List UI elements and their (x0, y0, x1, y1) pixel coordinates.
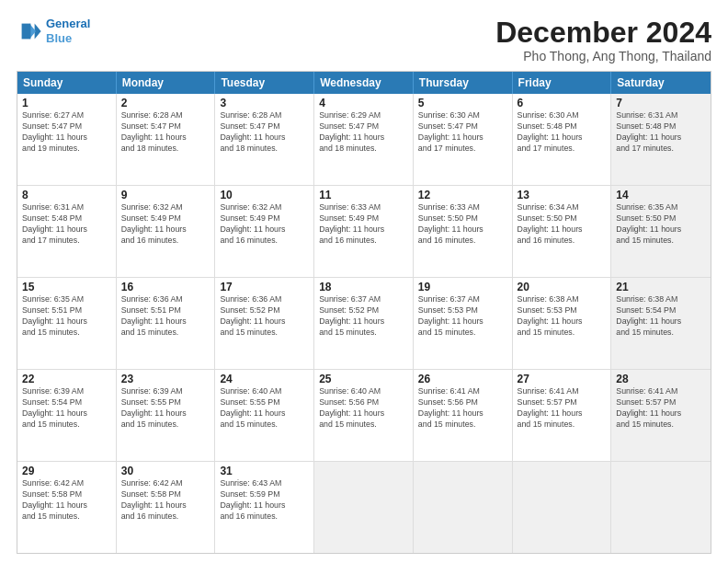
header-friday: Friday (513, 72, 612, 94)
calendar-row-1: 1Sunrise: 6:27 AMSunset: 5:47 PMDaylight… (17, 94, 711, 185)
header-wednesday: Wednesday (314, 72, 414, 94)
cal-cell-9: 9Sunrise: 6:32 AMSunset: 5:49 PMDaylight… (117, 186, 216, 277)
logo-icon (17, 18, 42, 44)
cal-cell-2: 2Sunrise: 6:28 AMSunset: 5:47 PMDaylight… (117, 94, 216, 185)
header-thursday: Thursday (414, 72, 513, 94)
cal-cell-1: 1Sunrise: 6:27 AMSunset: 5:47 PMDaylight… (17, 94, 117, 185)
cal-cell-30: 30Sunrise: 6:42 AMSunset: 5:58 PMDayligh… (117, 462, 216, 553)
cal-cell-20: 20Sunrise: 6:38 AMSunset: 5:53 PMDayligh… (513, 278, 612, 369)
cal-cell-17: 17Sunrise: 6:36 AMSunset: 5:52 PMDayligh… (215, 278, 314, 369)
cal-cell-empty (314, 462, 414, 553)
cal-cell-27: 27Sunrise: 6:41 AMSunset: 5:57 PMDayligh… (513, 370, 612, 461)
title-block: December 2024 Pho Thong, Ang Thong, Thai… (495, 17, 711, 63)
cal-cell-14: 14Sunrise: 6:35 AMSunset: 5:50 PMDayligh… (611, 186, 711, 277)
calendar: Sunday Monday Tuesday Wednesday Thursday… (17, 71, 711, 554)
header-monday: Monday (117, 72, 216, 94)
cal-cell-18: 18Sunrise: 6:37 AMSunset: 5:52 PMDayligh… (314, 278, 414, 369)
calendar-header: Sunday Monday Tuesday Wednesday Thursday… (17, 72, 711, 94)
calendar-row-3: 15Sunrise: 6:35 AMSunset: 5:51 PMDayligh… (17, 277, 711, 369)
cal-cell-29: 29Sunrise: 6:42 AMSunset: 5:58 PMDayligh… (17, 462, 117, 553)
logo-text: General Blue (46, 17, 90, 45)
subtitle: Pho Thong, Ang Thong, Thailand (495, 49, 711, 63)
calendar-row-5: 29Sunrise: 6:42 AMSunset: 5:58 PMDayligh… (17, 461, 711, 553)
header-tuesday: Tuesday (215, 72, 314, 94)
calendar-row-2: 8Sunrise: 6:31 AMSunset: 5:48 PMDaylight… (17, 185, 711, 277)
month-title: December 2024 (495, 17, 711, 49)
cal-cell-24: 24Sunrise: 6:40 AMSunset: 5:55 PMDayligh… (215, 370, 314, 461)
cal-cell-11: 11Sunrise: 6:33 AMSunset: 5:49 PMDayligh… (314, 186, 414, 277)
cal-cell-empty (513, 462, 612, 553)
cal-cell-3: 3Sunrise: 6:28 AMSunset: 5:47 PMDaylight… (215, 94, 314, 185)
cal-cell-4: 4Sunrise: 6:29 AMSunset: 5:47 PMDaylight… (314, 94, 414, 185)
cal-cell-13: 13Sunrise: 6:34 AMSunset: 5:50 PMDayligh… (513, 186, 612, 277)
cal-cell-empty (414, 462, 513, 553)
cal-cell-empty (611, 462, 711, 553)
cal-cell-19: 19Sunrise: 6:37 AMSunset: 5:53 PMDayligh… (414, 278, 513, 369)
cal-cell-5: 5Sunrise: 6:30 AMSunset: 5:47 PMDaylight… (414, 94, 513, 185)
calendar-row-4: 22Sunrise: 6:39 AMSunset: 5:54 PMDayligh… (17, 369, 711, 461)
cal-cell-7: 7Sunrise: 6:31 AMSunset: 5:48 PMDaylight… (611, 94, 711, 185)
cal-cell-10: 10Sunrise: 6:32 AMSunset: 5:49 PMDayligh… (215, 186, 314, 277)
cal-cell-15: 15Sunrise: 6:35 AMSunset: 5:51 PMDayligh… (17, 278, 117, 369)
calendar-body: 1Sunrise: 6:27 AMSunset: 5:47 PMDaylight… (17, 94, 711, 553)
cal-cell-23: 23Sunrise: 6:39 AMSunset: 5:55 PMDayligh… (117, 370, 216, 461)
page: General Blue December 2024 Pho Thong, An… (0, 0, 728, 563)
header: General Blue December 2024 Pho Thong, An… (17, 17, 711, 63)
cal-cell-8: 8Sunrise: 6:31 AMSunset: 5:48 PMDaylight… (17, 186, 117, 277)
svg-rect-2 (22, 23, 31, 39)
cal-cell-28: 28Sunrise: 6:41 AMSunset: 5:57 PMDayligh… (611, 370, 711, 461)
cal-cell-12: 12Sunrise: 6:33 AMSunset: 5:50 PMDayligh… (414, 186, 513, 277)
header-sunday: Sunday (17, 72, 117, 94)
cal-cell-25: 25Sunrise: 6:40 AMSunset: 5:56 PMDayligh… (314, 370, 414, 461)
logo: General Blue (17, 17, 90, 45)
cal-cell-22: 22Sunrise: 6:39 AMSunset: 5:54 PMDayligh… (17, 370, 117, 461)
cal-cell-21: 21Sunrise: 6:38 AMSunset: 5:54 PMDayligh… (611, 278, 711, 369)
cal-cell-16: 16Sunrise: 6:36 AMSunset: 5:51 PMDayligh… (117, 278, 216, 369)
cal-cell-26: 26Sunrise: 6:41 AMSunset: 5:56 PMDayligh… (414, 370, 513, 461)
header-saturday: Saturday (611, 72, 711, 94)
cal-cell-31: 31Sunrise: 6:43 AMSunset: 5:59 PMDayligh… (215, 462, 314, 553)
cal-cell-6: 6Sunrise: 6:30 AMSunset: 5:48 PMDaylight… (513, 94, 612, 185)
